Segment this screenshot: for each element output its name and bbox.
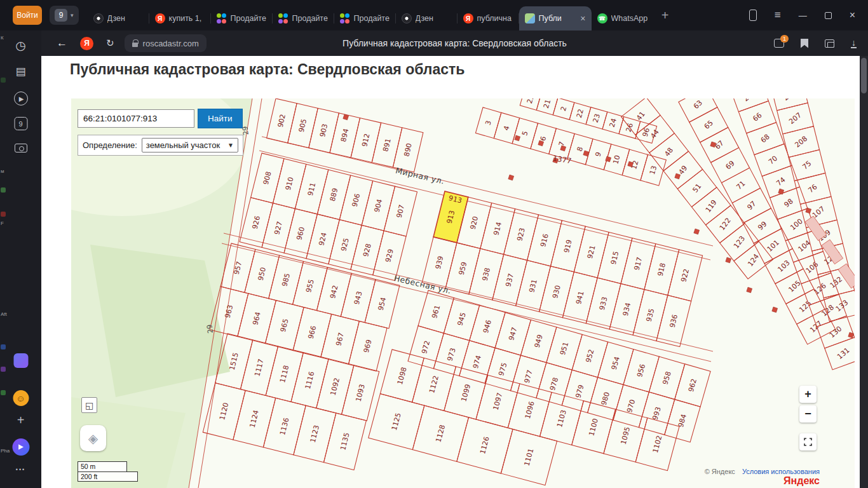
wallpaper-fragment (1, 367, 6, 372)
window-title: Публичная кадастровая карта: Свердловска… (342, 38, 567, 48)
download-icon[interactable]: ↓ (851, 39, 857, 48)
scrollbar-thumb[interactable] (861, 58, 867, 93)
wallpaper-fragment: Aft (1, 311, 7, 317)
add-service-icon[interactable]: + (17, 413, 25, 428)
page-scrollbar[interactable] (860, 56, 868, 488)
tab-label: Продайте (354, 14, 390, 23)
map-attribution: © Яндекс Условия использования (705, 468, 820, 475)
minimize-button[interactable]: — (799, 11, 807, 20)
tab-label: Публи (539, 14, 576, 23)
map-canvas[interactable]: 9029059038949128918909089109118899069049… (71, 98, 855, 488)
wallpaper-fragment (1, 212, 6, 217)
history-icon[interactable]: ◷ (15, 38, 26, 53)
search-button[interactable]: Найти (198, 109, 243, 128)
scale-meters: 50 m (78, 461, 127, 471)
fullscreen-icon (804, 438, 812, 446)
browser-tab[interactable]: Продайте (273, 6, 334, 30)
road-label: 29 (205, 324, 215, 334)
send-to-device-icon[interactable] (749, 10, 757, 21)
browser-tab[interactable]: ☎WhatsApp (592, 6, 653, 30)
browser-tab[interactable]: Публи× (519, 6, 592, 30)
definition-filter: Определение: земельный участок ▼ (78, 135, 243, 156)
map-tab-icon (525, 13, 535, 24)
more-icon[interactable]: ••• (16, 466, 25, 473)
browser-tab[interactable]: Япублична (458, 6, 519, 30)
tab-label: WhatsApp (611, 14, 648, 23)
map-search: Найти (78, 109, 243, 128)
wa-tab-icon: ☎ (597, 13, 607, 24)
fullscreen-button[interactable] (799, 433, 817, 451)
menu-icon[interactable]: ≡ (775, 9, 781, 22)
collections-badge: 1 (780, 35, 789, 43)
tab-label: Дзен (416, 14, 452, 23)
chevron-down-icon: ▾ (71, 12, 74, 18)
browser-tab-bar: Войти 9 ▾ ДзенЯкупить 1,ПродайтеПродайте… (0, 0, 868, 30)
terms-link[interactable]: Условия использования (742, 468, 820, 475)
feed-icon[interactable]: ▤ (15, 65, 25, 78)
back-button[interactable]: ← (57, 37, 67, 50)
address-bar-icons: 1 ↓ (774, 39, 857, 48)
avito-tab-icon (217, 13, 227, 24)
chrome-right-controls: ≡ — × (749, 9, 855, 22)
yandex-logo: Яндекс (783, 475, 820, 487)
wallpaper-fragment: Pha (1, 448, 10, 454)
layers-button[interactable]: ◈ (80, 425, 106, 451)
browser-tab[interactable]: Якупить 1, (149, 6, 211, 30)
maximize-button[interactable] (825, 12, 832, 19)
avito-tab-icon (278, 13, 288, 24)
avito-tab-icon (340, 13, 350, 24)
new-tab-button[interactable]: + (656, 4, 675, 26)
extension-icon[interactable] (13, 353, 28, 368)
browser-tab[interactable]: Продайте (211, 6, 273, 30)
tabs-count-icon[interactable]: 9 (14, 117, 27, 130)
wallpaper-fragment: К (1, 35, 4, 41)
tab-label: купить 1, (169, 14, 205, 23)
zoom-out-button[interactable]: − (799, 405, 817, 423)
tab-close-icon[interactable]: × (579, 13, 585, 24)
zoom-in-button[interactable]: + (799, 386, 817, 403)
screenshot-icon[interactable] (15, 144, 27, 152)
smiley-service-icon[interactable]: ☺ (13, 390, 29, 406)
wallpaper-fragment (1, 390, 6, 395)
url-text: roscadastr.com (143, 39, 199, 48)
browser-sidebar: ◷ ▤ ▶ 9 ☺ + ••• (0, 30, 41, 488)
video-icon[interactable]: ▶ (14, 92, 28, 105)
reload-button[interactable]: ↻ (106, 37, 114, 49)
tabs-panel-icon[interactable] (825, 39, 834, 48)
dzen-tab-icon (93, 13, 104, 24)
wallpaper-fragment: F (1, 220, 4, 226)
wallpaper-fragment (1, 344, 6, 349)
tab-group-pill[interactable]: 9 ▾ (50, 6, 79, 25)
browser-tab[interactable]: Продайте (334, 6, 396, 30)
url-field[interactable]: roscadastr.com (125, 34, 207, 52)
alice-assistant-icon[interactable] (12, 438, 29, 456)
selected-option: земельный участок (146, 140, 220, 150)
close-window-button[interactable]: × (850, 10, 855, 21)
wallpaper-fragment: м (1, 168, 4, 174)
browser-tab[interactable]: Дзен (396, 6, 458, 30)
definition-select[interactable]: земельный участок ▼ (142, 138, 238, 152)
yandex-tab-icon: Я (155, 13, 165, 24)
yandex-icon[interactable]: Я (80, 37, 93, 50)
map-scale: 50 m 200 ft (78, 461, 138, 482)
cadastral-map[interactable]: 9029059038949128918909089109118899069049… (71, 98, 855, 488)
address-bar: ← Я ↻ roscadastr.com Публичная кадастров… (41, 30, 868, 56)
tab-label: Продайте (231, 14, 267, 23)
search-input[interactable] (78, 109, 194, 128)
page-title: Публичная кадастровая карта: Свердловска… (70, 61, 465, 78)
tab-strip: ДзенЯкупить 1,ПродайтеПродайтеПродайтеДз… (88, 0, 653, 30)
bookmark-icon[interactable] (801, 39, 808, 48)
wallpaper-fragment (1, 187, 6, 193)
login-button[interactable]: Войти (13, 6, 42, 25)
tab-label: публична (477, 14, 513, 23)
collections-icon[interactable]: 1 (774, 39, 784, 48)
scale-feet: 200 ft (78, 471, 138, 482)
wallpaper-fragment (1, 78, 6, 83)
copyright-text: © Яндекс (705, 468, 735, 475)
web-page: Публичная кадастровая карта: Свердловска… (41, 56, 868, 488)
overview-map-button[interactable]: ◱ (81, 397, 97, 413)
tab-label: Дзен (107, 14, 144, 23)
browser-tab[interactable]: Дзен (88, 6, 149, 30)
select-caret-icon: ▼ (227, 142, 234, 149)
dzen-tab-icon (402, 13, 412, 24)
